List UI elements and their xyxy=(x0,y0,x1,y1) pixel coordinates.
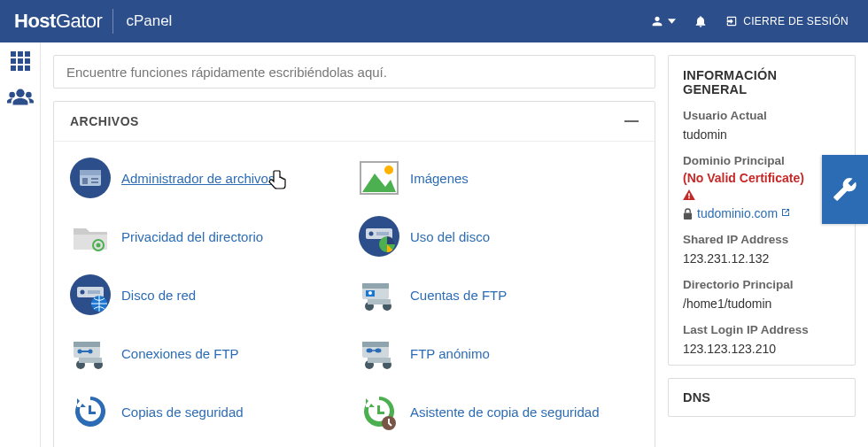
svg-rect-15 xyxy=(91,178,98,180)
primary-domain-link[interactable]: tudominio.com xyxy=(697,206,791,220)
primary-domain-value: tudominio.com xyxy=(697,206,778,220)
svg-rect-50 xyxy=(368,358,391,363)
dns-panel-title: DNS xyxy=(683,390,841,405)
svg-point-11 xyxy=(26,92,32,98)
svg-rect-43 xyxy=(79,358,102,363)
app-ftp-accounts[interactable]: Cuentas de FTP xyxy=(359,274,639,315)
svg-rect-13 xyxy=(80,170,101,175)
disk-usage-icon xyxy=(359,216,399,257)
app-label: Copias de seguridad xyxy=(121,405,244,420)
images-icon xyxy=(359,158,399,198)
app-label: Disco de red xyxy=(121,288,196,303)
bell-icon xyxy=(694,14,708,28)
svg-marker-18 xyxy=(362,173,396,192)
app-label: Cuentas de FTP xyxy=(410,288,507,303)
backup-icon xyxy=(70,391,111,432)
svg-rect-4 xyxy=(18,58,23,64)
current-user-label: Usuario Actual xyxy=(683,109,841,122)
web-disk-icon xyxy=(70,274,111,315)
user-menu-button[interactable] xyxy=(641,0,685,42)
app-anonymous-ftp[interactable]: FTP anónimo xyxy=(359,333,639,374)
svg-rect-3 xyxy=(11,58,16,64)
svg-rect-16 xyxy=(91,181,98,183)
brand-part2: Gator xyxy=(56,10,103,32)
anonymous-ftp-icon xyxy=(359,333,399,374)
app-images[interactable]: Imágenes xyxy=(359,158,639,198)
app-label: Conexiones de FTP xyxy=(121,346,239,361)
directory-privacy-icon xyxy=(70,216,111,257)
user-icon xyxy=(650,14,664,28)
right-column: INFORMACIÓN GENERAL Usuario Actual tudom… xyxy=(668,42,868,447)
app-label: Asistente de copia de seguridad xyxy=(410,405,599,420)
shared-ip-label: Shared IP Address xyxy=(683,233,841,246)
svg-point-47 xyxy=(376,349,382,353)
app-ftp-connections[interactable]: Conexiones de FTP xyxy=(70,333,350,374)
svg-rect-52 xyxy=(89,412,96,414)
backup-wizard-icon xyxy=(359,391,399,432)
left-sidebar xyxy=(0,42,41,447)
svg-rect-61 xyxy=(684,212,692,219)
logout-icon xyxy=(725,15,738,27)
svg-rect-36 xyxy=(368,299,391,304)
brand-part1: Host xyxy=(14,10,56,32)
brand-logo[interactable]: HostGator xyxy=(14,10,102,33)
panel-header[interactable]: ARCHIVOS xyxy=(54,102,655,142)
svg-point-10 xyxy=(9,92,15,98)
app-label: Administrador de archivos xyxy=(121,171,275,186)
svg-rect-1 xyxy=(18,51,23,57)
ftp-connections-icon xyxy=(70,333,111,374)
svg-rect-14 xyxy=(82,178,88,184)
app-disk-usage[interactable]: Uso del disco xyxy=(359,216,639,257)
svg-point-21 xyxy=(97,243,101,248)
svg-point-9 xyxy=(16,89,24,97)
svg-rect-38 xyxy=(74,342,100,347)
svg-rect-5 xyxy=(25,58,30,64)
svg-rect-54 xyxy=(377,412,384,414)
top-header: HostGator cPanel CIERRE DE SESIÓN xyxy=(0,0,868,42)
svg-point-19 xyxy=(384,166,393,174)
primary-domain-label: Dominio Principal xyxy=(683,154,841,167)
svg-rect-45 xyxy=(362,342,389,347)
home-dir-label: Directorio Principal xyxy=(683,278,841,291)
app-label: Imágenes xyxy=(410,171,469,186)
app-backup[interactable]: Copias de seguridad xyxy=(70,391,350,432)
svg-rect-8 xyxy=(25,66,30,71)
svg-rect-59 xyxy=(688,193,690,196)
grid-icon xyxy=(10,50,31,72)
main-content: ARCHIVOS Administrador de archivos xyxy=(41,42,668,447)
warning-icon xyxy=(683,189,841,203)
sidebar-apps-grid[interactable] xyxy=(7,51,34,71)
app-web-disk[interactable]: Disco de red xyxy=(70,274,350,315)
home-dir-value: /home1/tudomin xyxy=(683,297,841,311)
notifications-button[interactable] xyxy=(685,0,717,42)
svg-point-46 xyxy=(367,349,373,353)
svg-rect-6 xyxy=(11,66,16,71)
panel-title: ARCHIVOS xyxy=(70,114,139,128)
ssl-status-badge: (No Valid Certificate) xyxy=(683,171,841,185)
wrench-icon xyxy=(833,177,857,202)
search-input[interactable] xyxy=(53,55,655,89)
last-login-value: 123.123.123.210 xyxy=(683,342,841,356)
sidebar-users[interactable] xyxy=(7,87,34,106)
last-login-label: Last Login IP Address xyxy=(683,323,841,336)
svg-rect-60 xyxy=(688,197,690,199)
svg-rect-0 xyxy=(11,51,16,57)
app-label: Uso del disco xyxy=(410,229,490,244)
svg-rect-24 xyxy=(376,232,389,235)
tools-tab[interactable] xyxy=(822,155,868,224)
collapse-icon[interactable] xyxy=(624,120,639,122)
app-label: Privacidad del directorio xyxy=(121,229,263,244)
logout-button[interactable]: CIERRE DE SESIÓN xyxy=(717,0,857,42)
app-directory-privacy[interactable]: Privacidad del directorio xyxy=(70,216,350,257)
svg-rect-2 xyxy=(25,51,30,57)
app-backup-wizard[interactable]: Asistente de copia de seguridad xyxy=(359,391,639,432)
svg-rect-28 xyxy=(88,290,100,294)
svg-rect-7 xyxy=(18,66,23,71)
chevron-down-icon xyxy=(668,19,676,24)
users-icon xyxy=(7,88,34,105)
svg-point-23 xyxy=(369,232,374,236)
lock-icon xyxy=(683,208,693,220)
files-panel: ARCHIVOS Administrador de archivos xyxy=(53,101,655,447)
svg-point-33 xyxy=(368,291,372,295)
app-file-manager[interactable]: Administrador de archivos xyxy=(70,158,350,198)
